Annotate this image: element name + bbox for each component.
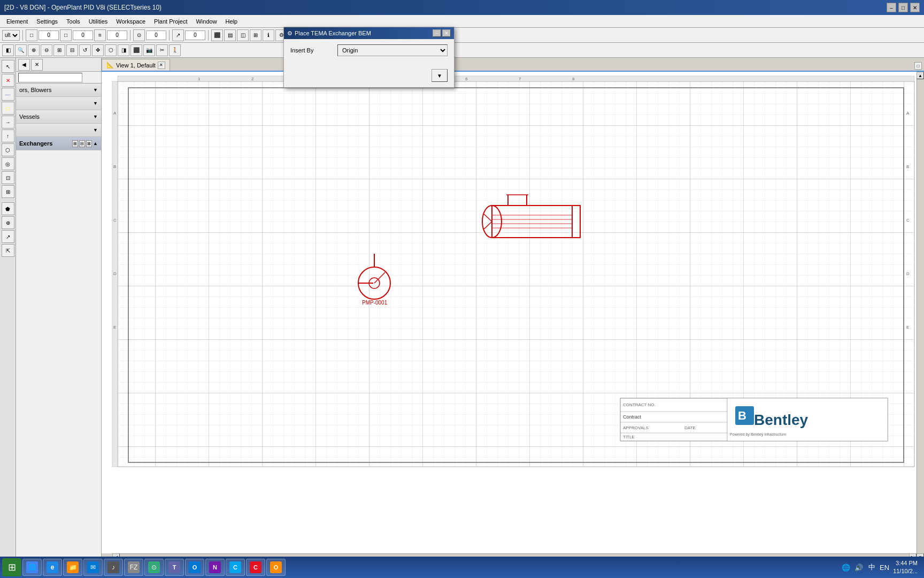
dialog-close-btn[interactable]: ✕ — [442, 29, 451, 37]
tool-9[interactable]: ⊡ — [2, 171, 14, 184]
tray-volume[interactable]: 🔊 — [853, 562, 864, 573]
canvas-area[interactable]: 1 2 3 4 5 6 7 8 A B C D — [102, 72, 917, 553]
v-scroll-track[interactable] — [917, 79, 924, 553]
insert-by-select[interactable]: Origin Center Top Left Bottom Right — [337, 44, 448, 56]
maximize-button[interactable]: □ — [898, 3, 908, 12]
taskbar-app-outlook2[interactable]: O — [185, 559, 204, 576]
toolbar-layer-btn[interactable]: ⬛ — [211, 29, 223, 41]
menu-element[interactable]: Element — [2, 17, 32, 26]
toolbar-btn-1[interactable]: □ — [60, 29, 72, 41]
v-scroll-up[interactable]: ▲ — [917, 72, 924, 79]
walk-btn[interactable]: 🚶 — [169, 44, 181, 56]
tool-12[interactable]: ⊕ — [2, 216, 14, 229]
minimize-button[interactable]: – — [887, 3, 896, 12]
rotate-btn[interactable]: ↺ — [79, 44, 91, 56]
panel-section-4-header[interactable]: ▼ — [16, 124, 101, 136]
default-select[interactable]: ult — [2, 30, 20, 41]
tray-lang[interactable]: EN — [879, 562, 890, 573]
toolbar-arrow-btn[interactable]: ↗ — [172, 29, 184, 41]
select-tool[interactable]: ↖ — [2, 60, 14, 73]
zoom-out-btn[interactable]: ⊖ — [41, 44, 52, 56]
fit-btn[interactable]: ⊞ — [53, 44, 65, 56]
menu-tools[interactable]: Tools — [62, 17, 84, 26]
taskbar-app-4[interactable]: FZ — [124, 559, 143, 576]
left-tools: ↖ ✕ — □ → ↑ ⬡ ◎ ⊡ ⊞ ⬟ ⊕ ↗ ⇱ — [0, 58, 16, 561]
toolbar-input-0[interactable] — [38, 31, 59, 40]
menu-utilities[interactable]: Utilities — [84, 17, 112, 26]
taskbar-app-ie[interactable]: e — [43, 559, 62, 576]
grid-large-icon[interactable]: ⊞ — [72, 140, 78, 147]
panel-section-2-header[interactable]: ▼ — [16, 97, 101, 110]
toolbar-input-4[interactable] — [185, 31, 205, 40]
taskbar-app-3[interactable]: ♪ — [104, 559, 123, 576]
view-restore-btn[interactable]: □ — [914, 62, 922, 70]
panel-section-exchangers-header[interactable]: Exchangers ⊞ ⊟ ⊠ ▲ — [16, 137, 101, 150]
taskbar-app-mail[interactable]: ✉ — [83, 559, 103, 576]
delete-tool[interactable]: ✕ — [2, 74, 14, 87]
toolbar-input-3[interactable] — [146, 31, 166, 40]
app3-icon: O — [270, 561, 282, 573]
toolbar-input-1[interactable] — [73, 31, 93, 40]
svg-text:CONTRACT NO.: CONTRACT NO. — [623, 402, 656, 407]
tool-7[interactable]: ⬡ — [2, 143, 14, 156]
start-button[interactable]: ⊞ — [2, 558, 21, 576]
taskbar-app-teams[interactable]: T — [165, 559, 184, 576]
toolbar-info-btn[interactable]: ℹ — [263, 29, 274, 41]
view-tab-close[interactable]: ✕ — [158, 62, 165, 69]
tool-13[interactable]: ↗ — [2, 230, 14, 243]
place-tool[interactable]: — — [2, 88, 14, 101]
tema-dialog[interactable]: ⚙ Place TEMA Exchanger BEM – ✕ Insert By… — [283, 27, 455, 88]
3d-btn[interactable]: ⬡ — [105, 44, 117, 56]
dialog-minimize-btn[interactable]: – — [433, 29, 441, 37]
tool-11[interactable]: ⬟ — [2, 202, 14, 215]
tray-network[interactable]: 🌐 — [841, 562, 851, 573]
panel-collapse-btn[interactable]: ◀ — [18, 59, 30, 71]
tool-6[interactable]: ↑ — [2, 130, 14, 142]
view-btn-1[interactable]: ◧ — [2, 44, 14, 56]
pan-btn[interactable]: ✥ — [92, 44, 104, 56]
taskbar-app-5[interactable]: ⊙ — [144, 559, 164, 576]
menu-settings[interactable]: Settings — [32, 17, 62, 26]
panel-section-vessels-header[interactable]: Vessels ▼ — [16, 110, 101, 123]
toolbar-btn-2[interactable]: ≡ — [94, 29, 106, 41]
toolbar-circle-btn[interactable]: ⊙ — [133, 29, 145, 41]
grid-medium-icon[interactable]: ⊟ — [79, 140, 85, 147]
zoom-btn[interactable]: 🔍 — [15, 44, 27, 56]
taskbar-app-app2[interactable]: C — [246, 559, 265, 576]
toolbar-rect-btn[interactable]: □ — [26, 29, 37, 41]
tray-keyboard[interactable]: 中 — [866, 562, 877, 573]
taskbar-app-app1[interactable]: C — [226, 559, 245, 576]
tool-10[interactable]: ⊞ — [2, 185, 14, 198]
menu-plant-project[interactable]: Plant Project — [150, 17, 191, 26]
menu-window[interactable]: Window — [191, 17, 221, 26]
camera-btn[interactable]: 📷 — [143, 44, 155, 56]
menu-help[interactable]: Help — [221, 17, 242, 26]
clip-btn[interactable]: ✂ — [156, 44, 168, 56]
panel-close-btn[interactable]: ✕ — [31, 59, 43, 71]
panel-section-fans-header[interactable]: ors, Blowers ▼ — [16, 83, 101, 96]
dialog-dropdown-btn[interactable]: ▼ — [432, 69, 448, 82]
taskbar-app-app3[interactable]: O — [266, 559, 286, 576]
grid-small-icon[interactable]: ⊠ — [86, 140, 92, 147]
window-btn[interactable]: ⬛ — [130, 44, 142, 56]
clock[interactable]: 3:44 PM 11/10/2... — [893, 559, 918, 576]
taskbar-app-onenote[interactable]: N — [205, 559, 225, 576]
tool-8[interactable]: ◎ — [2, 157, 14, 170]
toolbar-pattern-btn[interactable]: ⊞ — [250, 29, 261, 41]
menu-workspace[interactable]: Workspace — [112, 17, 150, 26]
render-btn[interactable]: ◨ — [118, 44, 129, 56]
taskbar-app-outlook[interactable]: 📁 — [63, 559, 82, 576]
tool-5[interactable]: → — [2, 116, 14, 128]
close-button[interactable]: ✕ — [910, 3, 920, 12]
toolbar-fill-btn[interactable]: ◫ — [237, 29, 249, 41]
panel-search-input[interactable] — [18, 73, 82, 82]
svg-text:D: D — [906, 271, 910, 276]
toolbar-stack-btn[interactable]: ▤ — [224, 29, 236, 41]
tool-14[interactable]: ⇱ — [2, 244, 14, 257]
toolbar-input-2[interactable] — [107, 31, 127, 40]
view-tab-1[interactable]: 📐 View 1, Default ✕ — [102, 59, 170, 71]
taskbar-app-chrome[interactable]: 🌐 — [22, 559, 42, 576]
tag-tool[interactable]: □ — [2, 102, 14, 115]
grid-btn[interactable]: ⊟ — [66, 44, 78, 56]
zoom-in-btn[interactable]: ⊕ — [28, 44, 40, 56]
